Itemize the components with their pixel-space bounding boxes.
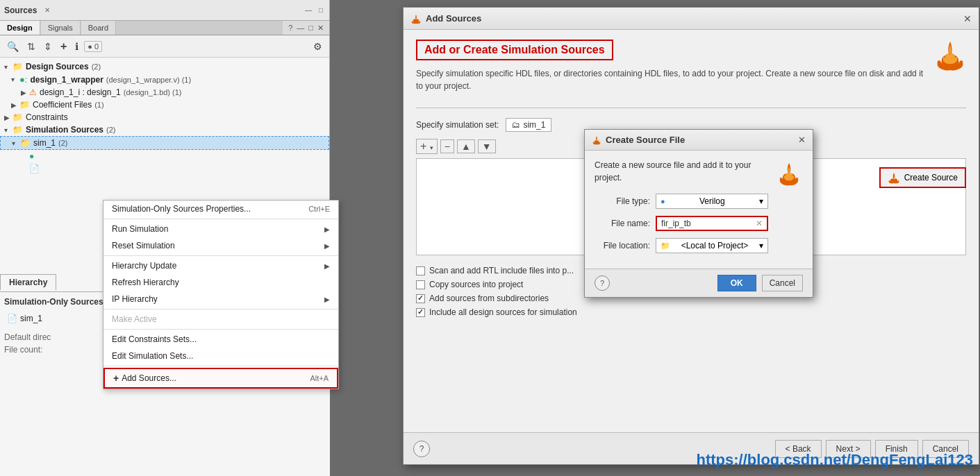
panel-close-button[interactable]: ✕ <box>42 6 52 15</box>
sim-set-label: Specify simulation set: <box>416 120 499 130</box>
gear-button[interactable]: ⚙ <box>310 40 325 53</box>
chk-scan-rtl-box[interactable] <box>416 266 425 275</box>
csd-vivado-logo <box>776 162 802 187</box>
ctx-sep-5 <box>103 366 338 366</box>
ctx-refresh-hier[interactable]: Refresh Hierarchy <box>103 274 338 291</box>
chk-copy-sources-box[interactable] <box>416 280 425 289</box>
tab-design[interactable]: Design <box>0 21 40 35</box>
file-loc-icon: 📁 <box>661 241 670 250</box>
sim-set-icon: 🗂 <box>512 120 520 130</box>
csd-ok-button[interactable]: OK <box>717 275 756 291</box>
file-loc-arrow: ▾ <box>759 241 763 250</box>
file-name-input-wrapper: fir_ip_tb ✕ <box>656 216 768 231</box>
file-location-row: File location: 📁 <Local to Project> ▾ <box>595 238 768 253</box>
csd-description: Create a new source file and add it to y… <box>595 159 768 184</box>
info-button[interactable]: ℹ <box>72 40 81 53</box>
add-file-button[interactable]: + ▾ <box>416 139 438 154</box>
count-badge: ● 0 <box>84 41 102 52</box>
sim1-icon: 📄 <box>7 314 17 323</box>
sort-desc-button[interactable]: ⇕ <box>41 40 55 53</box>
sort-asc-button[interactable]: ⇅ <box>24 40 38 53</box>
tree-coeff-files[interactable]: ▶ 📁 Coefficient Files (1) <box>0 99 329 111</box>
create-source-button[interactable]: Create Source <box>879 167 966 188</box>
csd-cancel-button[interactable]: Cancel <box>762 275 803 291</box>
move-down-button[interactable]: ▼ <box>478 139 496 153</box>
create-source-dialog: Create Source File ✕ Create a new source… <box>584 129 813 298</box>
plus-icon: + <box>113 373 119 384</box>
csd-body: Create a new source file and add it to y… <box>585 151 813 269</box>
search-button[interactable]: 🔍 <box>4 40 22 53</box>
ctx-reset-sim[interactable]: Reset Simulation ▶ <box>103 237 338 254</box>
add-sources-heading: Add or Create Simulation Sources <box>416 40 613 60</box>
tree-sim1[interactable]: ▾ 📁 sim_1 (2) <box>0 136 329 150</box>
add-sources-help-button[interactable]: ? <box>413 441 430 457</box>
ctx-run-sim[interactable]: Run Simulation ▶ <box>103 221 338 237</box>
dialog-title-left: Add Sources <box>410 13 481 24</box>
ctx-sep-2 <box>103 255 338 256</box>
sources-panel: Sources ✕ — □ Design Signals Board ? — □… <box>0 0 330 476</box>
remove-file-button[interactable]: − <box>440 139 454 153</box>
create-source-label: Create Source <box>904 173 958 182</box>
dropdown-arrow: ▾ <box>759 196 763 206</box>
tree-design-wrapper[interactable]: ▾ ●: design_1_wrapper (design_1_wrapper.… <box>0 73 329 86</box>
sim-panel-title: Simulation-Only Sources <box>4 297 103 307</box>
ctx-edit-constraints[interactable]: Edit Constraints Sets... <box>103 331 338 348</box>
tab-signals[interactable]: Signals <box>41 21 81 35</box>
file-type-row: File type: ● Verilog ▾ <box>595 194 768 209</box>
ctx-sep-4 <box>103 329 338 330</box>
file-type-select[interactable]: ● Verilog ▾ <box>656 194 768 209</box>
vivado-logo <box>935 40 966 71</box>
main-area: Add Sources ✕ Add or Create Simulation S… <box>330 0 980 476</box>
ctx-sim-props[interactable]: Simulation-Only Sources Properties... Ct… <box>103 201 338 217</box>
csd-title-left: Create Source File <box>592 135 685 145</box>
maximize-button[interactable]: □ <box>317 6 325 15</box>
csd-titlebar: Create Source File ✕ <box>585 130 813 151</box>
add-sources-titlebar: Add Sources ✕ <box>404 8 979 30</box>
toolbar: 🔍 ⇅ ⇕ + ℹ ● 0 ⚙ <box>0 35 329 58</box>
ctx-ip-hier[interactable]: IP Hierarchy ▶ <box>103 291 338 307</box>
csd-content: Create a new source file and add it to y… <box>595 159 768 260</box>
vivado-icon <box>410 13 422 24</box>
watermark: https://blog.csdn.net/DengFengLai123 <box>697 451 973 469</box>
create-source-icon <box>888 171 900 184</box>
help-icon: ? <box>288 24 292 32</box>
add-sources-description: Specify simulation specific HDL files, o… <box>416 67 928 92</box>
sim-set-value[interactable]: 🗂 sim_1 <box>506 118 551 132</box>
ctx-sep-1 <box>103 219 338 219</box>
tree-sim1-child2[interactable]: 📄 <box>0 162 329 175</box>
move-up-button[interactable]: ▲ <box>457 139 475 153</box>
tree-design-sources[interactable]: ▾ 📁 Design Sources (2) <box>0 60 329 73</box>
csd-footer: ? OK Cancel <box>585 269 813 297</box>
add-sources-close-button[interactable]: ✕ <box>963 13 972 24</box>
ctx-hier-update[interactable]: Hierarchy Update ▶ <box>103 257 338 274</box>
panel-header: Sources ✕ — □ <box>0 0 329 21</box>
csd-title-text: Create Source File <box>606 135 685 145</box>
csd-vivado-icon <box>592 135 601 145</box>
csd-help-button[interactable]: ? <box>595 275 610 291</box>
file-name-row: File name: fir_ip_tb ✕ <box>595 216 768 231</box>
tree-design-1i[interactable]: ▶ ⚠ design_1_i : design_1 (design_1.bd) … <box>0 86 329 99</box>
chk-add-subdirs-box[interactable]: ✓ <box>416 294 425 303</box>
context-menu: Simulation-Only Sources Properties... Ct… <box>103 200 339 389</box>
tab-hierarchy[interactable]: Hierarchy <box>0 274 56 290</box>
add-button[interactable]: + <box>58 39 69 54</box>
tree-sim1-child1[interactable]: ● <box>0 150 329 162</box>
file-name-clear-button[interactable]: ✕ <box>756 219 763 228</box>
ctx-add-sources[interactable]: + Add Sources... Alt+A <box>103 368 338 389</box>
csd-logo <box>775 159 803 260</box>
chk-include-design: ✓ Include all design sources for simulat… <box>416 305 966 319</box>
tree-constraints[interactable]: ▶ 📁 Constraints <box>0 111 329 124</box>
tab-board[interactable]: Board <box>81 21 116 35</box>
add-sources-dialog: Add Sources ✕ Add or Create Simulation S… <box>403 7 979 465</box>
chk-include-design-box[interactable]: ✓ <box>416 308 425 317</box>
add-sources-title: Add Sources <box>426 13 481 24</box>
ctx-make-active: Make Active <box>103 311 338 328</box>
minimize-button[interactable]: — <box>303 6 314 15</box>
file-name-value[interactable]: fir_ip_tb <box>661 219 691 228</box>
tree-sim-sources[interactable]: ▾ 📁 Simulation Sources (2) <box>0 124 329 136</box>
file-location-select[interactable]: 📁 <Local to Project> ▾ <box>656 238 768 253</box>
ctx-edit-sim-sets[interactable]: Edit Simulation Sets... <box>103 348 338 364</box>
dialog-divider <box>416 108 966 108</box>
csd-close-button[interactable]: ✕ <box>798 135 806 145</box>
ctx-sep-3 <box>103 309 338 309</box>
